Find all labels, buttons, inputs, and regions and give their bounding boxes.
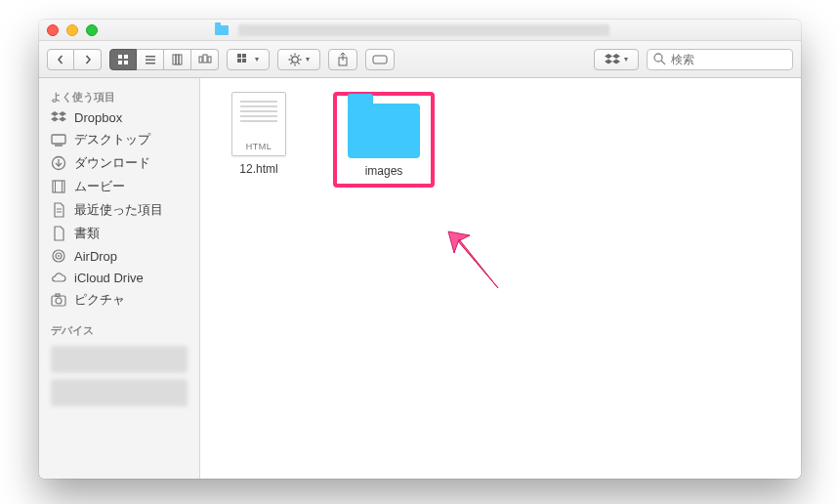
sidebar-item-label: Dropbox: [74, 110, 122, 125]
titlebar: [39, 20, 801, 41]
sidebar-item-label: デスクトップ: [74, 131, 150, 148]
sidebar-item-airdrop[interactable]: AirDrop: [39, 245, 199, 267]
tags-button[interactable]: [365, 49, 395, 70]
svg-rect-10: [199, 57, 202, 63]
chevron-down-icon: ▾: [306, 55, 310, 63]
file-item-folder[interactable]: images: [343, 98, 425, 178]
file-grid: 12.html images: [200, 78, 801, 479]
svg-rect-5: [146, 59, 155, 61]
title-text-blurred: [238, 24, 609, 36]
toolbar: ▾ ▾ ▾: [39, 41, 801, 78]
svg-rect-4: [146, 56, 155, 58]
search-icon: [652, 52, 666, 69]
cloud-icon: [51, 270, 66, 285]
chevron-down-icon: ▾: [255, 55, 259, 63]
dropbox-icon: [51, 109, 66, 125]
svg-line-22: [290, 55, 291, 56]
sidebar-item-icloud[interactable]: iCloud Drive: [39, 267, 199, 288]
arrange-button[interactable]: ▾: [227, 49, 270, 70]
device-item-blurred: [51, 346, 188, 373]
dropbox-icon: [605, 53, 620, 66]
svg-line-23: [298, 63, 299, 63]
svg-rect-14: [242, 54, 246, 58]
sidebar-item-desktop[interactable]: デスクトップ: [39, 128, 199, 151]
action-button[interactable]: ▾: [277, 49, 320, 70]
sidebar-item-label: ダウンロード: [74, 154, 150, 172]
download-icon: [51, 155, 66, 171]
nav-group: [47, 49, 102, 70]
svg-rect-12: [208, 57, 211, 63]
document-icon: [51, 202, 66, 218]
svg-rect-28: [373, 56, 387, 63]
sidebar-item-label: 書類: [74, 225, 100, 242]
svg-rect-11: [203, 55, 207, 63]
chevron-left-icon: [56, 55, 65, 64]
minimize-button[interactable]: [66, 24, 78, 36]
svg-rect-13: [237, 54, 241, 58]
search-field[interactable]: [647, 49, 793, 70]
svg-line-24: [290, 63, 291, 63]
svg-point-42: [58, 255, 60, 257]
desktop-icon: [51, 132, 66, 147]
folder-icon: [215, 25, 229, 35]
svg-rect-0: [118, 55, 122, 59]
window-body: よく使う項目 Dropbox デスクトップ ダウンロード ムービー 最近使った項…: [39, 78, 801, 479]
list-icon: [145, 54, 156, 65]
zoom-button[interactable]: [86, 24, 98, 36]
file-item-html[interactable]: 12.html: [218, 92, 300, 176]
column-view-button[interactable]: [164, 49, 191, 70]
columns-icon: [172, 54, 184, 65]
icon-view-button[interactable]: [109, 49, 137, 70]
search-input[interactable]: [647, 49, 793, 70]
device-item-blurred: [51, 379, 188, 406]
html-file-icon: [231, 92, 286, 156]
devices-header: デバイス: [39, 319, 199, 340]
svg-point-17: [292, 56, 298, 62]
chevron-right-icon: [83, 55, 93, 64]
sidebar-item-label: 最近使った項目: [74, 201, 163, 219]
sidebar-item-dropbox[interactable]: Dropbox: [39, 106, 199, 128]
file-label: images: [365, 164, 403, 178]
svg-rect-3: [124, 61, 128, 64]
arrange-icon: [237, 54, 251, 65]
gear-icon: [288, 53, 302, 66]
traffic-lights: [47, 24, 98, 36]
sidebar-item-pictures[interactable]: ピクチャ: [39, 288, 199, 312]
sidebar-item-movies[interactable]: ムービー: [39, 175, 199, 198]
share-button[interactable]: [328, 49, 357, 70]
svg-rect-9: [179, 55, 182, 64]
forward-button[interactable]: [74, 49, 102, 70]
svg-line-30: [661, 61, 665, 64]
dropbox-button[interactable]: ▾: [594, 49, 639, 70]
airdrop-icon: [51, 248, 66, 264]
sidebar-item-documents[interactable]: 書類: [39, 222, 199, 245]
finder-window: ▾ ▾ ▾ よく使う項目 Dropbox: [39, 20, 801, 479]
svg-rect-16: [242, 59, 246, 63]
list-view-button[interactable]: [137, 49, 164, 70]
window-title: [215, 24, 609, 36]
sidebar-item-label: ピクチャ: [74, 291, 125, 309]
file-label: 12.html: [239, 162, 277, 176]
svg-rect-2: [118, 61, 122, 64]
sidebar-item-label: ムービー: [74, 178, 125, 195]
highlight-annotation: images: [333, 92, 435, 188]
sidebar-item-recents[interactable]: 最近使った項目: [39, 198, 199, 222]
svg-rect-6: [146, 63, 155, 64]
tag-icon: [372, 55, 388, 64]
documents-icon: [51, 226, 66, 241]
sidebar-item-downloads[interactable]: ダウンロード: [39, 151, 199, 175]
coverflow-icon: [198, 54, 212, 65]
favorites-header: よく使う項目: [39, 86, 199, 106]
svg-point-44: [56, 298, 62, 304]
back-button[interactable]: [47, 49, 74, 70]
svg-rect-35: [53, 181, 64, 192]
film-icon: [51, 179, 66, 194]
svg-rect-1: [124, 55, 128, 59]
sidebar: よく使う項目 Dropbox デスクトップ ダウンロード ムービー 最近使った項…: [39, 78, 200, 479]
coverflow-view-button[interactable]: [191, 49, 219, 70]
svg-rect-15: [237, 59, 241, 63]
sidebar-item-label: iCloud Drive: [74, 271, 144, 285]
close-button[interactable]: [47, 24, 59, 36]
sidebar-item-label: AirDrop: [74, 249, 117, 264]
camera-icon: [51, 292, 66, 308]
